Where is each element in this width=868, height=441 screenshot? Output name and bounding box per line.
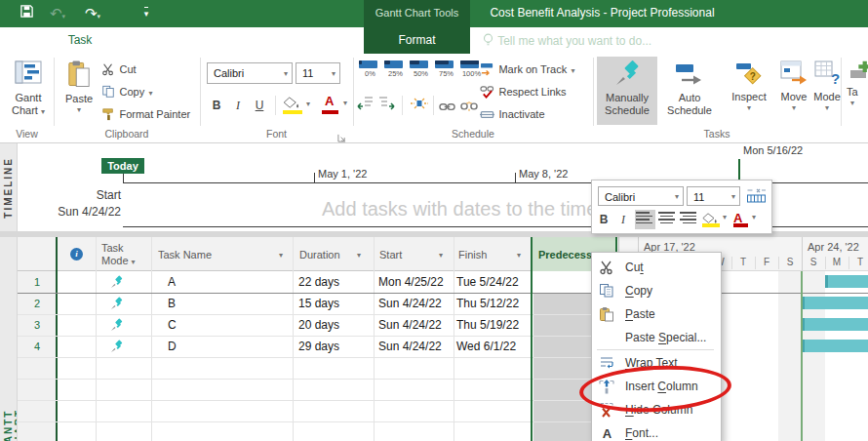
respect-links-button[interactable]: Respect Links — [480, 82, 567, 100]
italic-button[interactable]: I — [229, 96, 247, 115]
cell-start[interactable]: Sun 4/24/22 — [378, 314, 442, 336]
tab-resource[interactable]: Resource — [115, 27, 185, 54]
tell-me-box[interactable]: Tell me what you want to do... — [482, 32, 651, 50]
cell-finish[interactable]: Tue 5/24/22 — [456, 271, 519, 293]
cell-duration[interactable]: 22 days — [298, 271, 339, 293]
font-family-select[interactable]: Calibri ▾ — [207, 62, 293, 84]
column-header-start[interactable]: Start — [379, 249, 402, 261]
column-header-task-name[interactable]: Task Name — [158, 249, 212, 261]
format-painter-button[interactable]: Format Painter — [101, 104, 190, 122]
percent-0-button[interactable]: 0% — [359, 60, 381, 78]
tab-view[interactable]: View — [316, 27, 359, 54]
font-color-button[interactable]: A ▾ — [322, 94, 355, 115]
save-button[interactable] — [16, 4, 37, 23]
auto-schedule-button[interactable]: Auto Schedule — [659, 57, 720, 125]
tab-file[interactable]: File — [8, 27, 51, 54]
manually-schedule-button[interactable]: Manually Schedule — [597, 57, 657, 125]
row-number-2[interactable]: 2 — [18, 293, 57, 314]
cell-finish[interactable]: Thu 5/12/22 — [456, 293, 519, 314]
cell-task-name[interactable]: D — [168, 336, 177, 357]
undo-button[interactable]: ↶▾ — [47, 4, 68, 23]
cell-duration[interactable]: 29 days — [298, 336, 339, 357]
outdent-task-button[interactable] — [356, 96, 374, 114]
bold-button[interactable]: B — [208, 96, 225, 115]
task-mode-pin-icon[interactable] — [109, 297, 124, 315]
tab-format[interactable]: Format — [364, 27, 470, 54]
gantt-chart-view-button[interactable]: Gantt Chart ▾ — [6, 58, 51, 126]
cell-finish[interactable]: Thu 5/19/22 — [456, 314, 519, 336]
cell-start[interactable]: Sun 4/24/22 — [378, 293, 442, 314]
cell-duration[interactable]: 20 days — [298, 314, 339, 336]
manually-schedule-label: Manually Schedule — [597, 92, 657, 117]
copy-button[interactable]: Copy ▾ — [101, 82, 153, 100]
inspect-label: Inspect — [726, 91, 772, 103]
gantt-bar-task-a[interactable] — [828, 275, 868, 288]
gantt-bar-task-d[interactable] — [805, 340, 868, 352]
mini-align-center-button[interactable] — [657, 210, 678, 229]
info-column-header-icon[interactable]: i — [70, 248, 83, 261]
tab-project[interactable]: Project — [250, 27, 308, 54]
split-task-button[interactable] — [410, 96, 429, 116]
timeline-placeholder[interactable]: Add tasks with dates to the timeline — [322, 198, 628, 220]
mini-font-color-button[interactable]: A ▾ — [733, 209, 742, 226]
percent-25-button[interactable]: 25% — [384, 60, 407, 78]
column-header-finish[interactable]: Finish — [458, 249, 487, 261]
link-tasks-button[interactable] — [439, 99, 455, 116]
mode-button[interactable]: ? Mode ▾ — [813, 57, 841, 125]
task-mode-pin-icon[interactable] — [109, 340, 124, 358]
menu-item-paste[interactable]: Paste — [593, 302, 718, 326]
move-button[interactable]: Move ▾ — [774, 57, 813, 125]
paste-button[interactable]: Paste ▾ — [59, 58, 99, 126]
mini-fill-color-button[interactable]: ▾ — [702, 211, 720, 228]
cell-duration[interactable]: 15 days — [298, 293, 339, 314]
underline-button[interactable]: U — [251, 96, 268, 115]
cell-task-name[interactable]: B — [168, 293, 176, 314]
gantt-bar-task-b[interactable] — [805, 297, 868, 309]
row-number-1[interactable]: 1 — [18, 271, 57, 293]
mini-italic-button[interactable]: I — [615, 211, 631, 228]
menu-item-copy[interactable]: Copy — [593, 279, 718, 302]
cell-start[interactable]: Sun 4/24/22 — [378, 336, 442, 357]
task-mode-pin-icon[interactable] — [109, 275, 124, 294]
gantt-pane-tab[interactable]: GANTT CHART — [0, 237, 18, 441]
row-number-4[interactable]: 4 — [18, 336, 57, 357]
mini-toolbar: Calibri ▾ 11 ▾ B I ▾ A ▾ — [591, 180, 772, 234]
indent-task-button[interactable] — [378, 96, 396, 114]
mark-on-track-button[interactable]: Mark on Track ▾ — [480, 60, 575, 77]
inspect-button[interactable]: ? Inspect ▾ — [726, 57, 772, 125]
row-number-3[interactable]: 3 — [18, 314, 57, 336]
inactivate-button[interactable]: Inactivate — [480, 104, 545, 122]
percent-75-button[interactable]: 75% — [435, 60, 457, 78]
column-header-task-mode[interactable]: Task Mode ▾ — [101, 242, 146, 268]
cell-start[interactable]: Mon 4/25/22 — [378, 271, 444, 293]
tab-task[interactable]: Task — [51, 27, 109, 54]
mini-bold-button[interactable]: B — [596, 211, 612, 228]
mini-add-to-timeline-button[interactable] — [746, 188, 767, 208]
timeline-pane-tab[interactable]: TIMELINE — [0, 143, 18, 232]
mini-align-left-button[interactable] — [635, 210, 655, 229]
task-mode-pin-icon[interactable] — [109, 318, 124, 337]
font-dialog-launcher[interactable] — [337, 129, 346, 146]
column-header-duration[interactable]: Duration — [299, 249, 340, 261]
percent-50-button[interactable]: 50% — [410, 60, 432, 78]
redo-button[interactable]: ↷▾ — [82, 4, 103, 23]
gantt-bar-task-c[interactable] — [805, 318, 868, 331]
background-color-button[interactable]: ▾ — [283, 96, 316, 117]
menu-item-font[interactable]: A Font... — [593, 421, 718, 441]
cell-task-name[interactable]: A — [168, 271, 176, 293]
menu-item-paste-special[interactable]: Paste Special... — [593, 326, 718, 349]
mini-align-right-button[interactable] — [679, 210, 699, 229]
task-insert-button[interactable]: Ta ▾ — [847, 57, 868, 125]
mini-font-size-select[interactable]: 11 ▾ — [687, 186, 740, 206]
unlink-tasks-button[interactable] — [460, 99, 478, 116]
finish-filter-icon: ▾ — [517, 251, 521, 260]
respect-links-label: Respect Links — [498, 86, 566, 98]
cell-finish[interactable]: Wed 6/1/22 — [456, 336, 516, 357]
font-size-select[interactable]: 11 ▾ — [296, 62, 340, 84]
mini-font-family-select[interactable]: Calibri ▾ — [598, 186, 684, 206]
cell-task-name[interactable]: C — [168, 314, 177, 336]
tab-report[interactable]: Report — [191, 27, 244, 54]
menu-item-cut[interactable]: Cut — [593, 256, 718, 279]
cut-button[interactable]: Cut — [101, 60, 137, 77]
qat-customize-button[interactable]: ▾ — [137, 4, 156, 23]
